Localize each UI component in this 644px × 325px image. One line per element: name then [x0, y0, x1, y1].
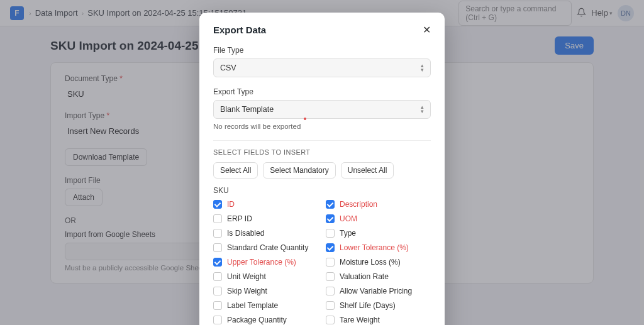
checkbox-label: Allow Variable Pricing: [340, 287, 412, 295]
section-title: SELECT FIELDS TO INSERT: [213, 148, 431, 156]
checkbox-label: Label Template: [227, 301, 278, 310]
field-checkbox-row[interactable]: ID: [213, 200, 318, 209]
checkbox-label: Moisture Loss (%): [340, 258, 401, 267]
checkbox[interactable]: [213, 243, 222, 252]
checkbox[interactable]: [213, 287, 222, 295]
checkbox-label: Upper Tolerance (%): [227, 258, 296, 267]
checkbox-label: Lower Tolerance (%): [340, 243, 409, 252]
field-checkbox-row[interactable]: UOM: [326, 214, 431, 223]
checkbox[interactable]: [213, 214, 222, 223]
checkbox-label: ERP ID: [227, 214, 252, 223]
checkbox[interactable]: [326, 243, 335, 252]
field-checkbox-row[interactable]: Type: [326, 229, 431, 238]
checkbox-label: Package Quantity: [227, 316, 287, 324]
checkbox[interactable]: [326, 272, 335, 281]
checkbox[interactable]: [326, 316, 335, 324]
export-note: No records will be exported: [213, 123, 431, 130]
checkbox-label: Shelf Life (Days): [340, 301, 396, 310]
checkbox[interactable]: [213, 301, 222, 310]
field-checkbox-row[interactable]: Lower Tolerance (%): [326, 243, 431, 252]
checkbox-label: Type: [340, 229, 356, 238]
field-checkbox-row[interactable]: Standard Crate Quantity: [213, 243, 318, 252]
checkbox-label: Valuation Rate: [340, 272, 389, 281]
checkbox-label: Unit Weight: [227, 272, 266, 281]
field-label: File Type: [213, 46, 431, 55]
select-mandatory-button[interactable]: Select Mandatory: [263, 162, 335, 179]
field-checkbox-row[interactable]: ERP ID: [213, 214, 318, 223]
fields-grid: IDDescriptionERP IDUOMIs DisabledTypeSta…: [213, 200, 431, 324]
export-data-modal: Export Data ✕ File Type CSV ▴▾ Export Ty…: [199, 13, 445, 325]
checkbox[interactable]: [213, 258, 222, 267]
checkbox[interactable]: [326, 214, 335, 223]
checkbox-label: Skip Weight: [227, 287, 267, 295]
field-checkbox-row[interactable]: Unit Weight: [213, 272, 318, 281]
field-checkbox-row[interactable]: Shelf Life (Days): [326, 301, 431, 310]
select-all-button[interactable]: Select All: [213, 162, 258, 179]
field-checkbox-row[interactable]: Package Quantity: [213, 316, 318, 324]
field-label: Export Type: [213, 87, 431, 96]
checkbox-label: Description: [340, 200, 377, 209]
export-type-select[interactable]: Blank Template ▴▾: [213, 100, 431, 119]
checkbox[interactable]: [213, 316, 222, 324]
checkbox[interactable]: [326, 229, 335, 238]
field-checkbox-row[interactable]: Moisture Loss (%): [326, 258, 431, 267]
group-label: SKU: [213, 186, 431, 195]
field-checkbox-row[interactable]: Label Template: [213, 301, 318, 310]
close-icon[interactable]: ✕: [423, 24, 431, 36]
field-checkbox-row[interactable]: Description: [326, 200, 431, 209]
indicator-dot: [304, 118, 306, 120]
field-checkbox-row[interactable]: Is Disabled: [213, 229, 318, 238]
checkbox-label: UOM: [340, 214, 357, 223]
field-checkbox-row[interactable]: Tare Weight: [326, 316, 431, 324]
checkbox[interactable]: [213, 272, 222, 281]
checkbox-label: Tare Weight: [340, 316, 380, 324]
unselect-all-button[interactable]: Unselect All: [341, 162, 394, 179]
field-checkbox-row[interactable]: Valuation Rate: [326, 272, 431, 281]
checkbox[interactable]: [326, 301, 335, 310]
checkbox[interactable]: [213, 229, 222, 238]
checkbox[interactable]: [326, 287, 335, 295]
field-checkbox-row[interactable]: Upper Tolerance (%): [213, 258, 318, 267]
field-checkbox-row[interactable]: Allow Variable Pricing: [326, 287, 431, 295]
divider: [213, 140, 431, 141]
sort-icon: ▴▾: [421, 105, 424, 114]
checkbox[interactable]: [326, 200, 335, 209]
checkbox[interactable]: [213, 200, 222, 209]
checkbox-label: Is Disabled: [227, 229, 264, 238]
file-type-select[interactable]: CSV ▴▾: [213, 58, 431, 77]
checkbox[interactable]: [326, 258, 335, 267]
field-checkbox-row[interactable]: Skip Weight: [213, 287, 318, 295]
sort-icon: ▴▾: [421, 63, 424, 72]
modal-title: Export Data: [213, 25, 266, 35]
checkbox-label: ID: [227, 200, 235, 209]
checkbox-label: Standard Crate Quantity: [227, 243, 308, 252]
